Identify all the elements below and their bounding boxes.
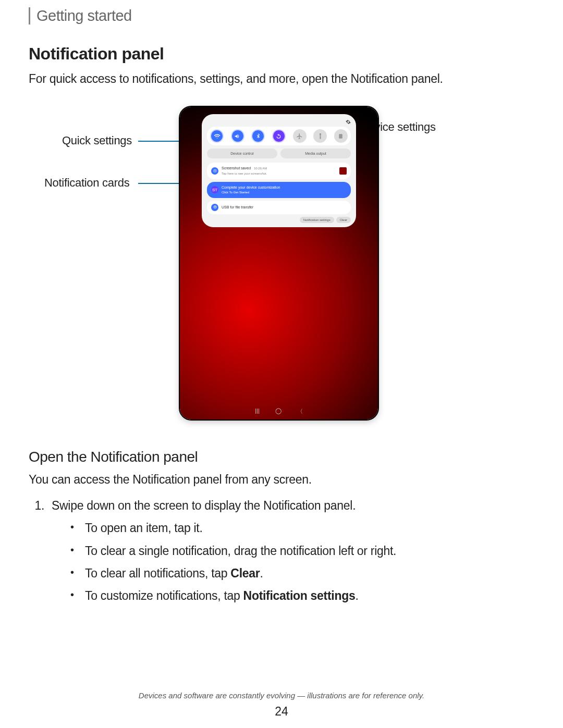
bullet-icon: • — [70, 520, 78, 534]
bullet-text: To clear a single notification, drag the… — [85, 542, 396, 560]
section-heading: Open the Notification panel — [29, 449, 534, 465]
notification-title: USB for file transfer — [222, 205, 253, 209]
doc-header: Getting started — [29, 7, 534, 24]
notification-sub: Click To Get Started — [222, 191, 249, 194]
notification-app-icon: ST — [211, 186, 218, 193]
device-control-pill[interactable]: Device control — [207, 149, 277, 158]
page-title: Notification panel — [29, 44, 534, 64]
airplane-icon[interactable] — [293, 129, 307, 143]
flashlight-icon[interactable] — [313, 129, 327, 143]
notification-app-icon: ⚙ — [211, 204, 218, 211]
page-number: 24 — [0, 705, 563, 719]
bullet-icon: • — [70, 565, 78, 579]
bullet-text: To customize notifications, tap Notifica… — [85, 587, 358, 604]
pill-row: Device control Media output — [207, 149, 351, 158]
extra-icon[interactable] — [334, 129, 348, 143]
home-icon[interactable]: ◯ — [275, 408, 282, 415]
panel-footer: Notification settings Clear — [207, 217, 351, 223]
recents-icon[interactable]: ||| — [255, 408, 260, 415]
gear-icon[interactable] — [346, 119, 351, 125]
notification-card[interactable]: ◎ Screenshot saved 10:26 AM Tap here to … — [207, 163, 351, 179]
bullet-text: To clear all notifications, tap Clear. — [85, 565, 263, 582]
list-item: 1. Swipe down on the screen to display t… — [29, 497, 534, 514]
wifi-icon[interactable] — [210, 129, 224, 143]
notification-card[interactable]: ST Complete your device customization Cl… — [207, 182, 351, 198]
callout-notification-cards: Notification cards — [44, 176, 129, 190]
list-item: • To open an item, tap it. — [70, 520, 534, 537]
notification-title: Complete your device customization — [222, 186, 280, 189]
quick-settings-row — [207, 127, 351, 145]
sub-list: • To open an item, tap it. • To clear a … — [70, 520, 534, 604]
clear-button[interactable]: Clear — [336, 217, 351, 223]
intro-text: For quick access to notifications, setti… — [29, 71, 534, 87]
notification-thumbnail — [339, 167, 347, 175]
rotate-icon[interactable] — [272, 129, 286, 143]
notification-card[interactable]: ⚙ USB for file transfer — [207, 201, 351, 214]
bullet-text: To open an item, tap it. — [85, 520, 203, 537]
steps-list: 1. Swipe down on the screen to display t… — [29, 497, 534, 514]
notification-panel: Device control Media output ◎ Screenshot… — [202, 114, 356, 227]
notification-sub: Tap here to see your screenshot. — [222, 172, 267, 175]
disclaimer: Devices and software are constantly evol… — [0, 691, 563, 700]
notification-settings-button[interactable]: Notification settings — [300, 217, 334, 223]
section-lead: You can access the Notification panel fr… — [29, 472, 534, 488]
media-output-pill[interactable]: Media output — [280, 149, 351, 158]
header-text: Getting started — [36, 7, 534, 24]
sound-icon[interactable] — [231, 129, 244, 143]
svg-rect-0 — [339, 134, 343, 139]
figure: Quick settings Notification cards Device… — [29, 103, 534, 436]
step-number: 1. — [29, 497, 44, 514]
list-item: • To clear a single notification, drag t… — [70, 542, 534, 560]
bullet-icon: • — [70, 587, 78, 602]
callout-quick-settings: Quick settings — [62, 134, 132, 147]
step-text: Swipe down on the screen to display the … — [52, 497, 356, 514]
nav-bar: ||| ◯ 〈 — [180, 408, 378, 415]
notification-app-icon: ◎ — [211, 167, 218, 175]
notification-time: 10:26 AM — [254, 167, 267, 170]
bluetooth-icon[interactable] — [251, 129, 265, 143]
bullet-icon: • — [70, 542, 78, 557]
list-item: • To customize notifications, tap Notifi… — [70, 587, 534, 604]
list-item: • To clear all notifications, tap Clear. — [70, 565, 534, 582]
back-icon[interactable]: 〈 — [297, 408, 303, 415]
notification-title: Screenshot saved — [222, 166, 251, 170]
device-mockup: Device control Media output ◎ Screenshot… — [180, 107, 378, 419]
